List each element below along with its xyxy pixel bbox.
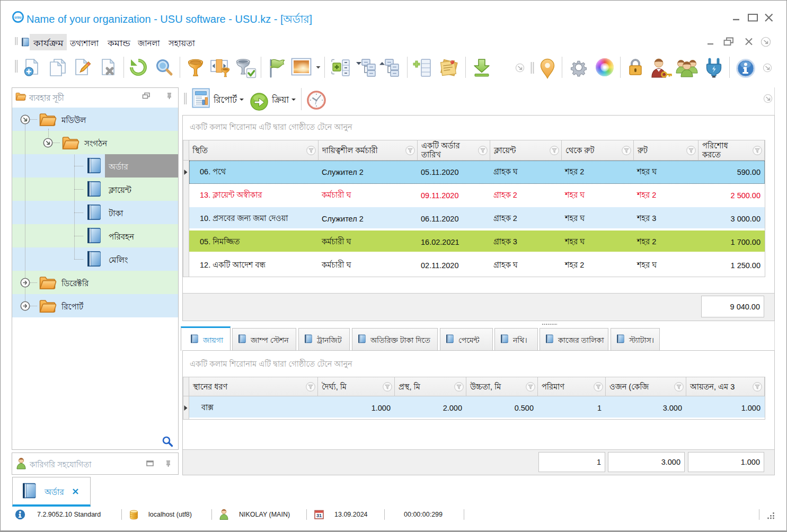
svg-text:usu: usu <box>14 15 22 20</box>
svg-text:31: 31 <box>316 513 322 518</box>
